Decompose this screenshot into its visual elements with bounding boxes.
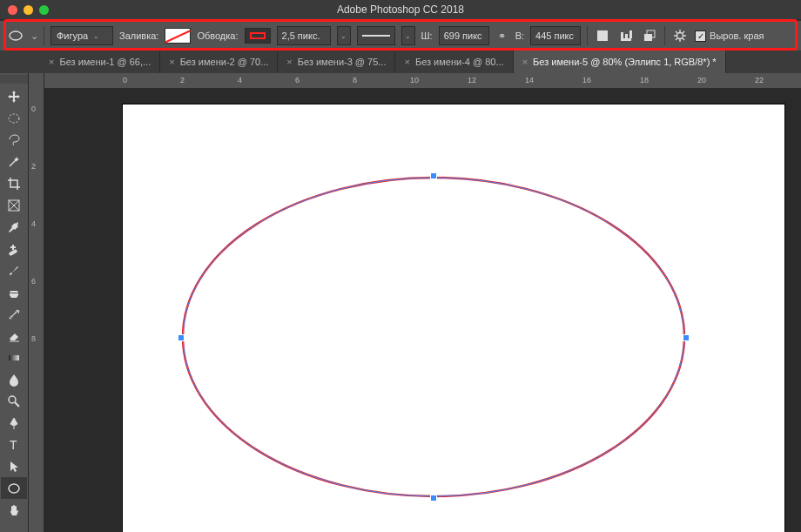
svg-rect-3 <box>621 32 623 38</box>
checkbox-checked-icon: ✓ <box>695 30 706 42</box>
tab-label: Без имени-1 @ 66,... <box>59 57 151 67</box>
tool-panel: T <box>0 73 29 532</box>
window-titlebar: Adobe Photoshop CC 2018 <box>0 0 801 19</box>
separator <box>44 26 44 45</box>
tab-label: Без имени-3 @ 75... <box>298 57 387 67</box>
anchor-handle-top[interactable] <box>430 172 437 179</box>
svg-point-27 <box>9 396 16 403</box>
settings-gear-icon[interactable] <box>671 27 689 44</box>
document-tab-active[interactable]: ×Без имени-5 @ 80% (Эллипс 1, RGB/8*) * <box>514 51 726 73</box>
ruler-tick: 0 <box>123 76 127 84</box>
ruler-tick: 12 <box>468 76 476 84</box>
svg-rect-5 <box>629 30 632 38</box>
tab-label: Без имени-5 @ 80% (Эллипс 1, RGB/8*) * <box>533 57 717 67</box>
shape-mode-dropdown[interactable]: Фигура ⌄ <box>50 26 113 45</box>
options-bar: ⌄ Фигура ⌄ Заливка: Обводка: ⌄ ⌄ Ш: ⚭ В:… <box>0 21 801 51</box>
svg-point-17 <box>9 114 19 123</box>
separator <box>664 26 665 45</box>
stroke-width-input[interactable] <box>277 26 331 45</box>
close-tab-icon[interactable]: × <box>286 57 292 67</box>
svg-rect-24 <box>10 246 16 248</box>
document-tab[interactable]: ×Без имени-4 @ 80... <box>395 51 513 73</box>
stroke-swatch[interactable] <box>245 28 271 44</box>
tab-label: Без имени-2 @ 70... <box>180 57 269 67</box>
gradient-tool-icon[interactable] <box>1 347 27 368</box>
height-indicator-label: В: <box>515 30 524 41</box>
document-tab[interactable]: ×Без имени-3 @ 75... <box>278 51 395 73</box>
stroke-style-dropdown[interactable]: ⌄ <box>401 26 415 45</box>
healing-brush-tool-icon[interactable] <box>1 238 27 259</box>
width-indicator-label: Ш: <box>421 30 433 41</box>
link-dimensions-icon[interactable]: ⚭ <box>495 30 509 42</box>
fill-label: Заливка: <box>119 30 158 41</box>
stroke-width-dropdown[interactable]: ⌄ <box>337 26 351 45</box>
type-tool-icon[interactable]: T <box>1 434 27 455</box>
path-operations-icon[interactable] <box>594 27 611 44</box>
document-canvas[interactable] <box>123 104 784 532</box>
align-edges-checkbox[interactable]: ✓ Выров. края <box>695 30 764 42</box>
active-tool-ellipse-icon[interactable] <box>7 28 24 44</box>
eraser-tool-icon[interactable] <box>1 325 27 347</box>
svg-text:T: T <box>10 438 17 452</box>
path-selection-tool-icon[interactable] <box>1 455 27 477</box>
brush-tool-icon[interactable] <box>1 259 27 281</box>
document-tab[interactable]: ×Без имени-2 @ 70... <box>160 51 278 73</box>
history-brush-tool-icon[interactable] <box>1 303 27 325</box>
ruler-tick: 20 <box>697 76 706 84</box>
ruler-tick: 6 <box>295 76 300 84</box>
magic-wand-tool-icon[interactable] <box>1 151 27 172</box>
path-alignment-icon[interactable] <box>617 27 635 44</box>
pen-tool-icon[interactable] <box>1 412 27 434</box>
move-tool-icon[interactable] <box>1 85 27 107</box>
ellipse-shape-tool-icon[interactable] <box>1 477 27 499</box>
close-tab-icon[interactable]: × <box>522 57 528 67</box>
close-tab-icon[interactable]: × <box>404 57 409 67</box>
lasso-tool-icon[interactable] <box>1 129 27 151</box>
shape-height-input[interactable] <box>530 26 581 45</box>
tool-preset-dropdown-icon[interactable]: ⌄ <box>30 30 37 42</box>
svg-point-8 <box>677 33 683 39</box>
clone-stamp-tool-icon[interactable] <box>1 281 27 303</box>
close-window-icon[interactable] <box>8 5 17 15</box>
ruler-tick: 14 <box>525 76 534 84</box>
vertical-ruler[interactable]: 02468 <box>29 73 44 532</box>
tool-panel-grip[interactable] <box>0 75 28 84</box>
shape-width-input[interactable] <box>439 26 489 45</box>
stroke-style-preview[interactable] <box>357 26 395 45</box>
anchor-handle-right[interactable] <box>683 334 690 341</box>
path-arrangement-icon[interactable] <box>641 27 658 44</box>
blur-tool-icon[interactable] <box>1 368 27 390</box>
ruler-tick: 2 <box>180 76 185 84</box>
horizontal-ruler[interactable]: 024681012141618202224 <box>44 73 801 89</box>
window-controls <box>0 5 49 15</box>
maximize-window-icon[interactable] <box>39 5 49 15</box>
svg-line-18 <box>10 159 17 166</box>
frame-tool-icon[interactable] <box>1 194 27 216</box>
separator <box>587 26 588 45</box>
dodge-tool-icon[interactable] <box>1 390 27 412</box>
ruler-tick: 0 <box>31 104 36 113</box>
shape-mode-label: Фигура <box>57 30 88 41</box>
svg-line-13 <box>676 31 677 33</box>
hand-tool-icon[interactable] <box>1 499 27 521</box>
chevron-down-icon: ⌄ <box>405 32 411 40</box>
close-tab-icon[interactable]: × <box>49 57 54 67</box>
document-tab[interactable]: ×Без имени-1 @ 66,... <box>40 51 160 73</box>
anchor-handle-left[interactable] <box>178 334 185 341</box>
ruler-tick: 16 <box>582 76 591 84</box>
document-tabs: ×Без имени-1 @ 66,... ×Без имени-2 @ 70.… <box>0 51 801 73</box>
fill-swatch[interactable] <box>165 28 191 44</box>
eyedropper-tool-icon[interactable] <box>1 216 27 238</box>
stroke-label: Обводка: <box>197 30 238 41</box>
crop-tool-icon[interactable] <box>1 172 27 194</box>
chevron-down-icon: ⌄ <box>340 32 347 40</box>
close-tab-icon[interactable]: × <box>169 57 174 67</box>
svg-line-15 <box>683 31 684 33</box>
anchor-handle-bottom[interactable] <box>430 495 437 502</box>
minimize-window-icon[interactable] <box>24 5 33 15</box>
marquee-tool-icon[interactable] <box>1 107 27 129</box>
chevron-down-icon: ⌄ <box>93 32 99 40</box>
ellipse-shape[interactable] <box>181 176 686 498</box>
svg-rect-1 <box>597 30 608 41</box>
ruler-tick: 8 <box>31 334 36 343</box>
